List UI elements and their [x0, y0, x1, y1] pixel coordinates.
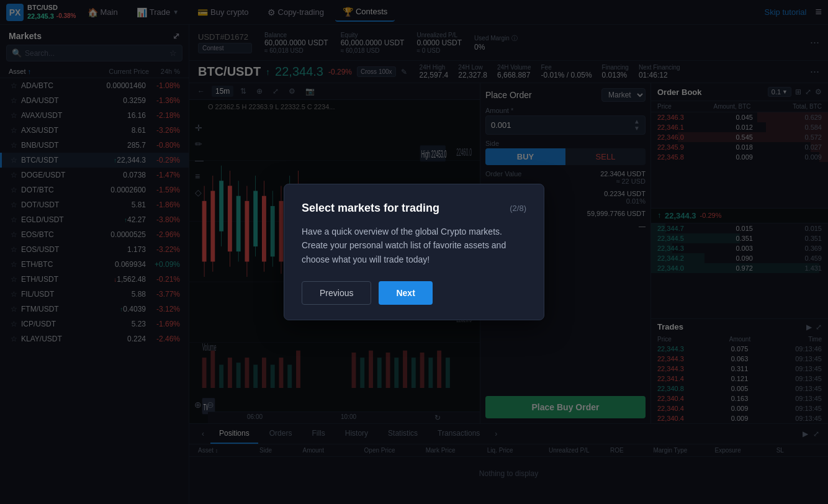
modal-step: (2/8) — [510, 204, 526, 213]
previous-button[interactable]: Previous — [302, 281, 371, 305]
modal-overlay[interactable]: Select markets for trading (2/8) Have a … — [0, 0, 828, 504]
next-button[interactable]: Next — [379, 281, 432, 305]
modal-body: Have a quick overview of the global Cryp… — [302, 225, 526, 266]
modal-title: Select markets for trading — [302, 202, 439, 215]
modal-title-row: Select markets for trading (2/8) — [302, 202, 526, 215]
modal: Select markets for trading (2/8) Have a … — [284, 184, 544, 320]
modal-buttons: Previous Next — [302, 281, 526, 305]
